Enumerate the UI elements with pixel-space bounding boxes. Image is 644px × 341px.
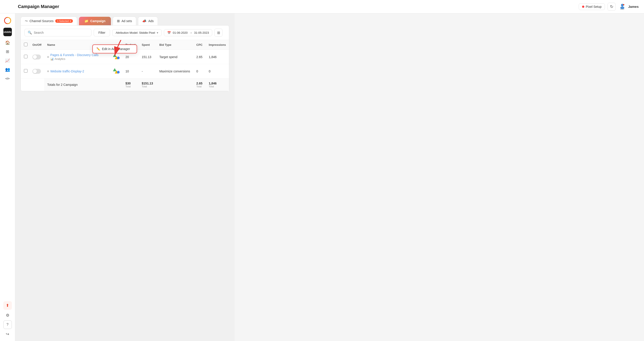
table-row: Pages & Funnels - Discovery Calls 📊 Anal… [21, 50, 229, 64]
sidebar-item-users[interactable]: 👥 [3, 65, 12, 74]
row-2-bid-type: Maximize conversions [156, 64, 193, 78]
row-2-status-dot [47, 70, 49, 72]
row-2-checkbox[interactable] [24, 69, 28, 73]
sidebar-item-home[interactable]: 🏠 [3, 38, 12, 47]
content-area: 🔍 Filter Attribution Model: Stiddle Pixe… [15, 25, 234, 341]
totals-cpc: 2.65 Total [196, 81, 202, 88]
row-1-status-dot [47, 56, 49, 58]
edit-icon: ✏️ [96, 47, 100, 51]
col-spent: Spent [139, 40, 156, 50]
tab-channel-sources[interactable]: ⤳ Channel Sources 1 Selected × [20, 16, 77, 25]
filter-button[interactable]: Filter [94, 29, 110, 36]
totals-spent: $151.13 Total [142, 81, 153, 88]
chevron-down-icon: ▾ [157, 31, 158, 34]
bms-label: BMS [620, 8, 624, 10]
context-menu: ✏️ Edit in Ads Manager [92, 44, 137, 53]
tab-campaign[interactable]: 📁 Campaign [79, 17, 111, 25]
row-2-spent: - [139, 64, 156, 78]
share-icon: ⤳ [25, 19, 28, 23]
totals-row: Totals for 2 Campaign $30 Total [21, 78, 229, 91]
col-onoff: On/Off [31, 40, 44, 50]
google-ads-icon-2 [113, 67, 120, 74]
select-all-checkbox[interactable] [24, 43, 28, 46]
sidebar-logo [3, 16, 12, 25]
totals-impressions: 1,846 Total [209, 81, 226, 88]
sidebar-brand: stiddle [3, 28, 12, 36]
svg-point-4 [117, 56, 120, 59]
edit-in-ads-manager-item[interactable]: ✏️ Edit in Ads Manager [93, 45, 137, 53]
pixel-setup-button[interactable]: Pixel Setup [579, 3, 605, 10]
user-name: James [628, 5, 639, 8]
sidebar-item-code[interactable]: </> [3, 74, 12, 83]
table-card: 🔍 Filter Attribution Model: Stiddle Pixe… [20, 25, 229, 91]
row-1-cpc: 2.65 [193, 50, 206, 64]
sidebar-item-logout[interactable]: ↪ [3, 330, 12, 338]
table-row: Website traffic-Display-2 [21, 64, 229, 78]
tab-channel-label: Channel Sources [30, 19, 54, 23]
tab-adsets-label: Ad sets [122, 19, 132, 23]
search-input[interactable] [34, 31, 88, 34]
col-bid-type: Bid Type [156, 40, 193, 50]
row-1-bid-type: Target spend [156, 50, 193, 64]
attribution-dropdown[interactable]: Attribution Model: Stiddle Pixel ▾ [112, 29, 162, 36]
columns-button[interactable]: ⊞ [214, 28, 222, 37]
totals-budget: $30 Total [126, 81, 136, 88]
svg-marker-5 [113, 54, 116, 57]
google-ads-icon [113, 53, 120, 60]
row-2-impressions: 0 [206, 64, 229, 78]
row-2-budget: 10 [122, 64, 139, 78]
megaphone-icon: 📣 [142, 19, 146, 23]
row-1-name-link[interactable]: Pages & Funnels - Discovery Calls [50, 53, 98, 57]
refresh-button[interactable]: ↻ [608, 3, 616, 11]
svg-point-7 [117, 71, 120, 73]
row-2-toggle[interactable] [32, 69, 41, 74]
row-1-toggle[interactable] [32, 54, 41, 59]
tab-bar: ⤳ Channel Sources 1 Selected × 📁 Campaig… [15, 13, 234, 25]
row-1-analytics: 📊 Analytics [50, 57, 98, 60]
sidebar-item-analytics[interactable]: 📈 [3, 56, 12, 65]
badge-close-icon[interactable]: × [70, 20, 71, 22]
sidebar: stiddle 🏠 ⊞ 📈 👥 </> ⬆ ⚙ ? ↪ [0, 13, 15, 341]
svg-marker-8 [113, 68, 116, 71]
sidebar-item-dashboard[interactable]: ⊞ [3, 47, 12, 56]
sidebar-item-help[interactable]: ? [3, 321, 12, 329]
row-1-impressions: 1,846 [206, 50, 229, 64]
search-icon: 🔍 [28, 31, 32, 35]
campaigns-table: On/Off Name Budget Spent [21, 40, 229, 91]
col-cpc: CPC [193, 40, 206, 50]
tab-ads-label: Ads [148, 19, 154, 23]
row-1-spent: 151.13 [139, 50, 156, 64]
pixel-status-dot [582, 5, 584, 8]
pixel-setup-label: Pixel Setup [586, 5, 602, 8]
date-range-picker[interactable]: 📅 01-06-2020 → 31-05-2023 [164, 29, 212, 36]
folder-icon: 📁 [84, 19, 88, 23]
tab-channel-badge: 1 Selected × [55, 19, 73, 23]
sidebar-item-upload[interactable]: ⬆ [3, 301, 12, 310]
tab-adsets[interactable]: ⊞ Ad sets [113, 16, 136, 25]
toolbar: 🔍 Filter Attribution Model: Stiddle Pixe… [21, 25, 229, 40]
calendar-icon: 📅 [167, 31, 171, 34]
row-2-name-link[interactable]: Website traffic-Display-2 [50, 69, 84, 73]
tab-campaign-label: Campaign [90, 19, 106, 23]
row-1-checkbox[interactable] [24, 55, 28, 58]
row-2-cpc: 0 [193, 64, 206, 78]
search-box[interactable]: 🔍 [24, 29, 92, 36]
grid-icon: ⊞ [117, 19, 120, 23]
svg-point-2 [623, 4, 624, 5]
tab-ads[interactable]: 📣 Ads [138, 16, 158, 25]
col-impressions: Impressions [206, 40, 229, 50]
user-avatar: BMS [618, 3, 626, 11]
user-section: BMS James [618, 3, 639, 11]
page-title: Campaign Manager [18, 4, 59, 9]
sidebar-item-settings[interactable]: ⚙ [3, 311, 12, 320]
